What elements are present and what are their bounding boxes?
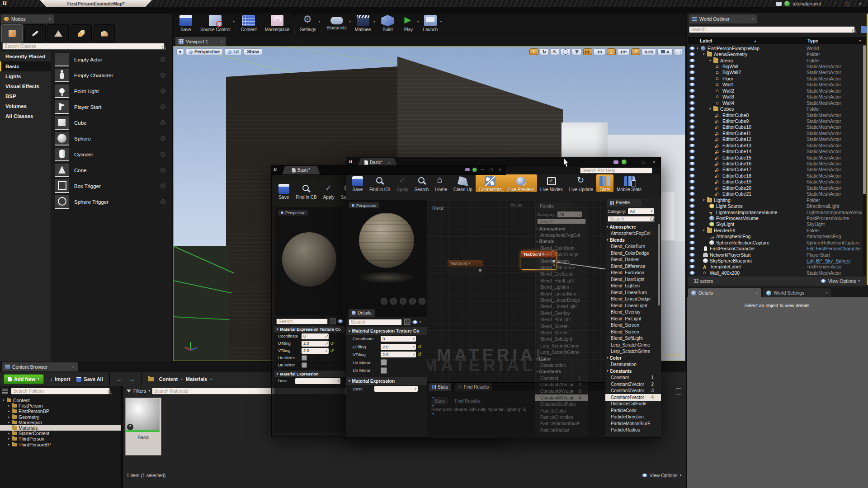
visibility-eye-icon[interactable] [689,216,695,220]
me-toolbar-button[interactable]: Mobile Stats [613,174,645,192]
search-classes-input[interactable] [2,43,165,50]
expander-icon[interactable]: ▸ [8,421,12,424]
chevron-down-icon[interactable]: ▾ [440,20,442,23]
palette-item[interactable]: ParticleRadius [605,427,661,434]
palette-item[interactable]: Lerp_ScratchGrime [605,342,661,348]
mode-place-button[interactable] [1,24,23,42]
grid-view-icon[interactable] [404,319,410,325]
close-icon[interactable]: × [70,365,75,369]
visibility-eye-icon[interactable] [689,107,695,111]
close-icon[interactable]: × [46,17,51,21]
chevron-down-icon[interactable]: ▾ [420,320,421,324]
me-toolbar-button[interactable]: Save [349,174,366,192]
column-type[interactable]: Type [807,38,818,43]
eye-icon[interactable] [338,319,343,323]
outliner-row[interactable]: ▾ SkySphereBlueprint Edit BP_Sky_Sphere [688,258,863,263]
property-checkbox[interactable] [381,359,387,366]
palette-item[interactable]: ParticleDirection [605,414,661,421]
toolbar-button[interactable]: ▾ Content [237,14,261,32]
visibility-eye-icon[interactable] [689,265,695,268]
me-toolbar-button[interactable]: Live Nodes [537,174,566,192]
sort-arrow-icon[interactable]: ▲ [754,39,757,42]
expander-icon[interactable]: ▾ [703,229,707,232]
property-checkbox[interactable] [381,367,387,374]
texcoord-node-selected[interactable]: TexCoord▾ [521,251,557,270]
visibility-eye-icon[interactable] [689,95,695,99]
property-checkbox[interactable] [302,362,307,368]
close-icon[interactable]: × [218,39,223,44]
expander-icon[interactable]: ▾ [709,107,713,111]
visibility-eye-icon[interactable] [689,235,695,238]
palette-item[interactable]: AtmosphericFogCol [605,230,661,237]
palette-item[interactable]: Blend_LinearBurn [605,289,661,296]
toolbar-button[interactable]: ▾ Blueprints [322,14,350,30]
placeable-item[interactable]: Cone [51,162,172,178]
modes-category[interactable]: Basic [0,61,51,71]
details-section-header[interactable]: ▾Material Expression Texture Co [274,326,345,333]
close-icon[interactable]: × [823,291,828,295]
palette-item[interactable]: Constants [605,368,661,375]
property-value-field[interactable]: 0 [302,333,329,339]
minimize-button[interactable]: − [830,1,840,6]
outliner-row[interactable]: ▾ Lighting Folder [688,197,863,203]
eye-filter-icon[interactable] [412,320,418,324]
mode-foliage-button[interactable] [71,24,92,42]
minimize-button[interactable]: − [480,167,486,172]
search-folders-input[interactable] [11,388,110,394]
visibility-eye-icon[interactable] [689,168,695,171]
visibility-eye-icon[interactable] [689,83,695,86]
lit-button[interactable]: Lit [225,48,242,55]
toolbar-button[interactable]: ▾ [294,14,295,34]
rotation-snap-value[interactable]: 10° [617,48,630,55]
modes-category[interactable]: Visual Effects [0,81,51,91]
section-texture-coordinate[interactable]: ▾ Material Expression Texture Co [346,327,427,335]
visibility-eye-icon[interactable] [689,144,695,147]
surface-snap-button[interactable] [572,48,582,55]
palette-item[interactable]: Blend_ColorBurn [605,244,661,250]
placeable-item[interactable]: Empty Actor [51,52,172,67]
add-new-button[interactable]: Add New ▾ [4,374,44,384]
forward-button[interactable]: → [129,375,135,383]
placeable-item[interactable]: Player Start [51,99,172,115]
modes-category[interactable]: Volumes [0,101,51,111]
output-pin[interactable] [552,260,555,263]
outliner-row[interactable]: ▾ FirstPersonExampleMap World [688,45,863,51]
visibility-eye-icon[interactable] [689,156,695,160]
outliner-row[interactable]: ▾ Wall3 StaticMeshActor [688,94,863,100]
visibility-eye-icon[interactable] [689,150,695,153]
outliner-row[interactable]: ▾ SkyLight SkyLight [688,221,863,227]
scale-snap-button[interactable]: ↗ [631,48,640,55]
translate-tool-button[interactable]: + [529,48,538,55]
expander-icon[interactable]: ▾ [3,399,7,402]
palette-search-input[interactable] [608,216,655,222]
visibility-eye-icon[interactable] [689,70,695,74]
outliner-row[interactable]: ▾ EditorCube16 StaticMeshActor [688,160,863,166]
property-value-field[interactable]: 2.0 [381,344,416,350]
visibility-eye-icon[interactable] [689,113,695,117]
filters-button[interactable]: Filters ▾ [127,388,150,394]
me-toolbar-button[interactable]: Connectors [476,174,505,192]
visibility-eye-icon[interactable] [689,162,695,165]
placeable-item[interactable]: Empty Character [51,67,172,83]
visibility-eye-icon[interactable] [689,180,695,183]
folder-row[interactable]: ▸ ThirdPersonBP [0,442,121,447]
visibility-eye-icon[interactable] [689,125,695,129]
toolbar-button[interactable]: ▾ Marketplace [261,14,293,32]
me-toolbar-button[interactable]: Live Preview [505,174,537,192]
outliner-row[interactable]: ▾ Wall2 StaticMeshActor [688,88,863,94]
visibility-eye-icon[interactable] [689,186,695,190]
preview-cylinder-button[interactable] [390,298,397,305]
asset-tile-basic[interactable]: * Basic [125,398,161,455]
chevron-down-icon[interactable]: ▾ [319,20,321,23]
preview-mesh-button[interactable] [419,298,425,305]
outliner-row[interactable]: ▾ Wall1 StaticMeshActor [688,82,863,88]
close-icon[interactable]: × [749,17,754,21]
visibility-eye-icon[interactable] [689,247,695,250]
show-button[interactable]: Show [244,48,262,55]
palette-item[interactable]: Lerp_ScratchGrime [605,348,661,355]
visibility-eye-icon[interactable] [689,59,695,62]
placeable-item[interactable]: Cube [51,115,172,131]
folder-row[interactable]: Materials [0,425,121,431]
me-toolbar-button[interactable]: Apply [394,174,411,192]
outliner-row[interactable]: ▾ FirstPersonCharacter Edit FirstPersonC… [688,245,863,251]
